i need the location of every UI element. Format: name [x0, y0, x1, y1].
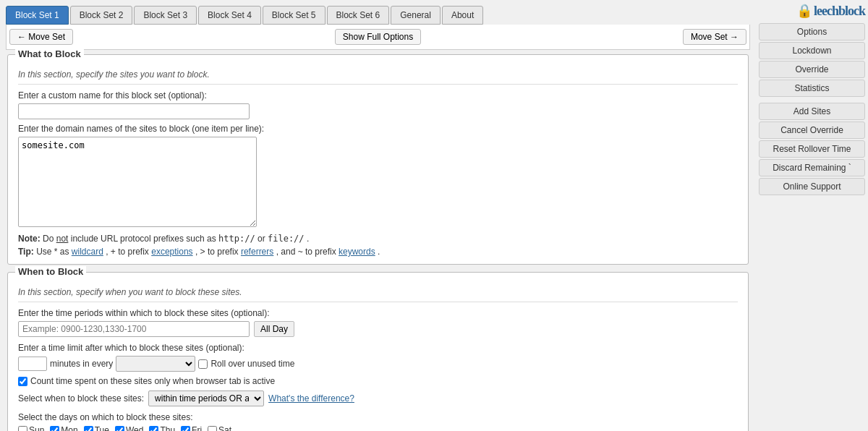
add-sites-button[interactable]: Add Sites: [759, 103, 865, 120]
referrers-link[interactable]: referrers: [241, 247, 273, 257]
time-periods-label: Enter the time periods within which to b…: [18, 308, 738, 318]
day-mon-label: Mon: [61, 425, 77, 431]
count-time-label: Count time spent on these sites only whe…: [30, 376, 275, 386]
tab-general[interactable]: General: [391, 6, 441, 25]
what-to-block-title: What to Block: [15, 48, 84, 59]
exceptions-link[interactable]: exceptions: [151, 247, 192, 257]
day-sat-label: Sat: [218, 425, 231, 431]
what-to-block-section: What to Block In this section, specify t…: [7, 54, 749, 265]
time-limit-label: Enter a time limit after which to block …: [18, 343, 738, 353]
tab-block-set-4[interactable]: Block Set 4: [198, 6, 261, 25]
section-divider-2: [18, 302, 738, 302]
day-thu-label: Thu: [160, 425, 175, 431]
note-file: file://: [268, 234, 305, 244]
custom-name-input[interactable]: [18, 103, 250, 119]
tab-block-set-5[interactable]: Block Set 5: [263, 6, 326, 25]
statistics-button[interactable]: Statistics: [759, 80, 865, 97]
day-sat: Sat: [208, 425, 231, 431]
domain-textarea[interactable]: somesite.com: [18, 137, 257, 227]
keywords-link[interactable]: keywords: [339, 247, 375, 257]
online-support-button[interactable]: Online Support: [759, 178, 865, 195]
wildcard-link[interactable]: wildcard: [72, 247, 103, 257]
minutes-label: minutes in every: [50, 359, 113, 369]
day-wed-label: Wed: [126, 425, 143, 431]
day-sun-checkbox[interactable]: [18, 426, 27, 432]
prev-set-button[interactable]: ← Move Set: [9, 29, 73, 45]
day-tue: Tue: [84, 425, 109, 431]
day-fri-checkbox[interactable]: [181, 426, 190, 432]
what-to-block-description: In this section, specify the sites you w…: [18, 69, 738, 80]
minutes-input[interactable]: [18, 357, 47, 371]
roll-over-row: Roll over unused time: [198, 359, 294, 369]
tip-line: Tip: Use * as wildcard , + to prefix exc…: [18, 247, 738, 257]
note-line: Note: Do not include URL protocol prefix…: [18, 234, 738, 244]
day-thu-checkbox[interactable]: [149, 426, 158, 432]
day-sat-checkbox[interactable]: [208, 426, 217, 432]
when-to-block-description: In this section, specify when you want t…: [18, 287, 738, 297]
note-rest: include URL protocol prefixes such as: [71, 234, 218, 244]
time-periods-input[interactable]: [18, 321, 250, 337]
block-select-row: Select when to block these sites: within…: [18, 391, 738, 406]
tip-text-4: , and ~ to prefix: [276, 247, 339, 257]
day-wed-checkbox[interactable]: [115, 426, 124, 432]
tip-bold: Tip:: [18, 247, 34, 257]
days-label: Select the days on which to block these …: [18, 412, 738, 422]
day-thu: Thu: [149, 425, 175, 431]
section-divider-1: [18, 84, 738, 85]
day-wed: Wed: [115, 425, 143, 431]
tip-text-3: , > to prefix: [195, 247, 241, 257]
note-period: .: [307, 234, 309, 244]
tab-block-set-6[interactable]: Block Set 6: [327, 6, 390, 25]
cancel-override-button[interactable]: Cancel Override: [759, 121, 865, 139]
tip-text-2: , + to prefix: [106, 247, 151, 257]
when-to-block-select[interactable]: within time periods OR after time limit: [148, 391, 264, 406]
logo: 🔒 leechblock: [759, 3, 865, 19]
options-button[interactable]: Options: [759, 23, 865, 40]
lockdown-button[interactable]: Lockdown: [759, 42, 865, 59]
note-text-do: Do: [43, 234, 56, 244]
all-day-button[interactable]: All Day: [254, 321, 294, 337]
days-row: Sun Mon Tue Wed: [18, 425, 738, 431]
tab-block-set-1[interactable]: Block Set 1: [6, 6, 69, 25]
show-full-options-button[interactable]: Show Full Options: [335, 29, 421, 45]
note-bold: Note:: [18, 234, 41, 244]
override-button[interactable]: Override: [759, 61, 865, 78]
day-tue-label: Tue: [95, 425, 109, 431]
roll-over-checkbox[interactable]: [198, 359, 208, 369]
logo-text: 🔒 leechblock: [796, 4, 866, 18]
day-fri: Fri: [181, 425, 202, 431]
day-mon-checkbox[interactable]: [50, 426, 59, 432]
every-select[interactable]: [116, 356, 195, 372]
time-input-row: All Day: [18, 321, 738, 337]
tab-bar: Block Set 1 Block Set 2 Block Set 3 Bloc…: [6, 6, 750, 25]
count-time-checkbox[interactable]: [18, 377, 27, 386]
note-http: http://: [218, 234, 255, 244]
day-sun-label: Sun: [29, 425, 44, 431]
custom-name-label: Enter a custom name for this block set (…: [18, 90, 738, 101]
roll-over-label: Roll over unused time: [210, 359, 294, 369]
count-time-row: Count time spent on these sites only whe…: [18, 376, 738, 386]
day-tue-checkbox[interactable]: [84, 426, 93, 432]
next-set-button[interactable]: Move Set →: [683, 29, 746, 45]
nav-row: ← Move Set Show Full Options Move Set →: [6, 25, 750, 50]
minutes-row: minutes in every Roll over unused time: [18, 356, 738, 372]
sidebar: 🔒 leechblock Options Lockdown Override S…: [756, 0, 868, 431]
note-or: or: [258, 234, 268, 244]
day-sun: Sun: [18, 425, 44, 431]
note-not: not: [56, 234, 69, 244]
day-fri-label: Fri: [192, 425, 202, 431]
select-when-label: Select when to block these sites:: [18, 393, 144, 404]
tip-end: .: [378, 247, 380, 257]
tab-about[interactable]: About: [442, 6, 483, 25]
whats-difference-link[interactable]: What's the difference?: [268, 393, 354, 404]
tab-block-set-2[interactable]: Block Set 2: [70, 6, 133, 25]
when-to-block-section: When to Block In this section, specify w…: [7, 272, 749, 431]
domain-label: Enter the domain names of the sites to b…: [18, 124, 738, 134]
day-mon: Mon: [50, 425, 77, 431]
tip-text-1: Use * as: [36, 247, 72, 257]
reset-rollover-time-button[interactable]: Reset Rollover Time: [759, 140, 865, 158]
when-to-block-title: When to Block: [15, 266, 86, 277]
tab-block-set-3[interactable]: Block Set 3: [134, 6, 197, 25]
discard-remaining-button[interactable]: Discard Remaining `: [759, 159, 865, 176]
